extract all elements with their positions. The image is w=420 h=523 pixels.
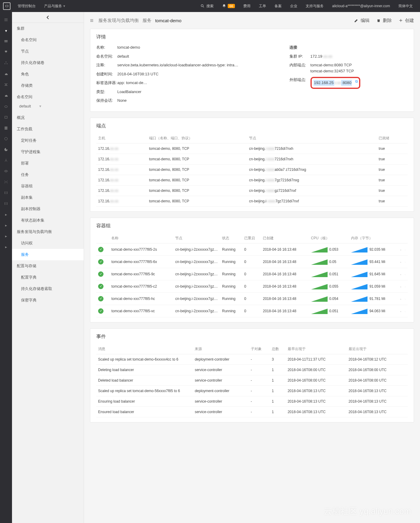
breadcrumb: ≡ 服务发现与负载均衡 服务 tomcat-demo 编辑 删除 创建: [90, 12, 414, 29]
sidebar-item[interactable]: 副本集: [12, 192, 84, 203]
nav-ticket[interactable]: 工单: [255, 0, 270, 12]
sidebar-item[interactable]: 角色: [12, 68, 84, 80]
sidebar-item[interactable]: 持久化存储卷: [12, 57, 84, 68]
detail-label: 保持会话:: [96, 98, 117, 104]
svg-rect-10: [4, 128, 7, 128]
table-row: Deleting load balancerservice-controller…: [96, 364, 408, 375]
sidebar-item[interactable]: 有状态副本集: [12, 215, 84, 226]
status-ok-icon: ✓: [98, 259, 104, 265]
row-logs[interactable]: [398, 268, 403, 280]
crumb-a[interactable]: 服务发现与负载均衡: [98, 18, 139, 23]
sidebar-item[interactable]: 访问权: [12, 237, 84, 249]
sidebar-item[interactable]: 守护进程集: [12, 146, 84, 158]
sidebar-item[interactable]: 持久化存储卷索取: [12, 283, 84, 295]
row-logs[interactable]: [398, 255, 403, 268]
rail-item-5[interactable]: [0, 79, 12, 90]
rail-more-1[interactable]: ▸: [0, 209, 12, 220]
table-row: 172.16.xx.xxtomcat-demo, 8080, TCPcn-bei…: [96, 196, 408, 206]
rail-expand[interactable]: ▾: [0, 25, 12, 36]
rail-item-1[interactable]: [0, 36, 12, 47]
status-ok-icon: ✓: [98, 284, 104, 289]
sidebar-item[interactable]: 容器组: [12, 180, 84, 192]
row-logs[interactable]: [398, 292, 403, 305]
external-endpoint[interactable]: 192.168.25x.xx:8080 ⧉: [310, 77, 361, 89]
create-button[interactable]: 创建: [398, 18, 414, 23]
namespace-select[interactable]: default▾: [19, 104, 79, 108]
rail-item-6[interactable]: [0, 90, 12, 101]
rail-item-7[interactable]: [0, 101, 12, 112]
rail-item-10[interactable]: [0, 133, 12, 144]
row-more[interactable]: [403, 243, 408, 255]
row-more[interactable]: [403, 280, 408, 292]
sidebar-group: 命名空间: [12, 91, 84, 103]
pod-link[interactable]: tomcat-demo-xxx7777f85-c2: [110, 280, 173, 292]
nav-fee[interactable]: 费用: [239, 0, 255, 12]
pod-link[interactable]: tomcat-demo-xxx7777f85-6x: [110, 255, 173, 268]
delete-button[interactable]: 删除: [376, 18, 392, 23]
nav-notifications[interactable]: 66: [218, 0, 239, 12]
table-row: Scaled up replica set tomcat-demo-56xxxx…: [96, 385, 408, 396]
sidebar-item[interactable]: 部署: [12, 158, 84, 169]
nav-products[interactable]: 产品与服务▾: [40, 0, 69, 12]
pod-link[interactable]: tomcat-demo-xxx777f85-hc: [110, 292, 173, 305]
row-more[interactable]: [403, 305, 408, 317]
sidebar-item[interactable]: 存储类: [12, 80, 84, 91]
nav-console[interactable]: 管理控制台: [14, 0, 40, 12]
svg-point-6: [7, 63, 7, 64]
sidebar-group: 服务发现与负载均衡: [12, 226, 84, 237]
hamburger-icon[interactable]: ≡: [90, 17, 94, 24]
rail-item-2[interactable]: [0, 47, 12, 58]
rail-item-15[interactable]: [0, 187, 12, 198]
row-logs[interactable]: [398, 280, 403, 292]
bracket-icon: [4, 201, 8, 206]
page-title: tomcat-demo: [155, 18, 182, 23]
pod-link[interactable]: tomcat-demo-xxx777f85-9c: [110, 268, 173, 280]
rail-item-9[interactable]: [0, 122, 12, 133]
sidebar-item[interactable]: 保密字典: [12, 295, 84, 306]
row-more[interactable]: [403, 292, 408, 305]
rail-item-4[interactable]: [0, 68, 12, 79]
rail-item-8[interactable]: [0, 112, 12, 122]
nav-search[interactable]: 搜索: [196, 0, 218, 12]
pod-link[interactable]: tomcat-demo-xxx777f85-vc: [110, 305, 173, 317]
sidebar-item[interactable]: 服务: [12, 249, 84, 260]
details-card: 详情 名称:tomcat-demo命名空间:default注释:service.…: [90, 29, 414, 112]
row-logs[interactable]: [398, 243, 403, 255]
nav-language[interactable]: 简体中文: [394, 0, 417, 12]
nav-filing[interactable]: 备案: [270, 0, 286, 12]
external-link-icon[interactable]: ⧉: [355, 79, 358, 84]
rail-more-3[interactable]: ▸: [0, 231, 12, 241]
sidebar-item[interactable]: 命名空间: [12, 34, 84, 46]
pod-link[interactable]: tomcat-demo-xxx7777f85-2s: [110, 243, 173, 255]
sidebar-group: 概况: [12, 112, 84, 123]
svg-marker-31: [351, 272, 368, 277]
brand-logo[interactable]: [3, 2, 10, 10]
rail-item-14[interactable]: [0, 177, 12, 187]
table-row: ✓tomcat-demo-xxx777f85-9ccn-beijing.i-2z…: [96, 268, 408, 280]
sidebar-item[interactable]: 任务: [12, 169, 84, 180]
rail-more-4[interactable]: ▸: [0, 241, 12, 252]
cloud-icon: [4, 104, 8, 108]
row-more[interactable]: [403, 255, 408, 268]
rail-item-16[interactable]: [0, 198, 12, 209]
rail-more-2[interactable]: ▸: [0, 220, 12, 231]
network-icon: [4, 180, 8, 184]
sidebar-item[interactable]: 节点: [12, 46, 84, 57]
sidebar-item[interactable]: 配置字典: [12, 272, 84, 283]
svg-point-7: [4, 106, 7, 107]
nav-account[interactable]: alicloud-a*********@aliyun-inner.com: [328, 0, 394, 12]
rail-item-12[interactable]: [0, 155, 12, 166]
rail-item-11[interactable]: [0, 144, 12, 155]
nav-enterprise[interactable]: 企业: [286, 0, 302, 12]
crumb-b[interactable]: 服务: [142, 18, 152, 23]
edit-button[interactable]: 编辑: [354, 18, 370, 23]
sidebar-back[interactable]: [12, 12, 84, 23]
sidebar-item[interactable]: 副本控制器: [12, 203, 84, 215]
rail-item-3[interactable]: [0, 58, 12, 68]
nav-support[interactable]: 支持与服务: [302, 0, 328, 12]
sidebar-item[interactable]: 定时任务: [12, 135, 84, 146]
row-logs[interactable]: [398, 305, 403, 317]
rail-item-13[interactable]: [0, 166, 12, 177]
row-more[interactable]: [403, 268, 408, 280]
rail-menu[interactable]: [0, 14, 12, 25]
